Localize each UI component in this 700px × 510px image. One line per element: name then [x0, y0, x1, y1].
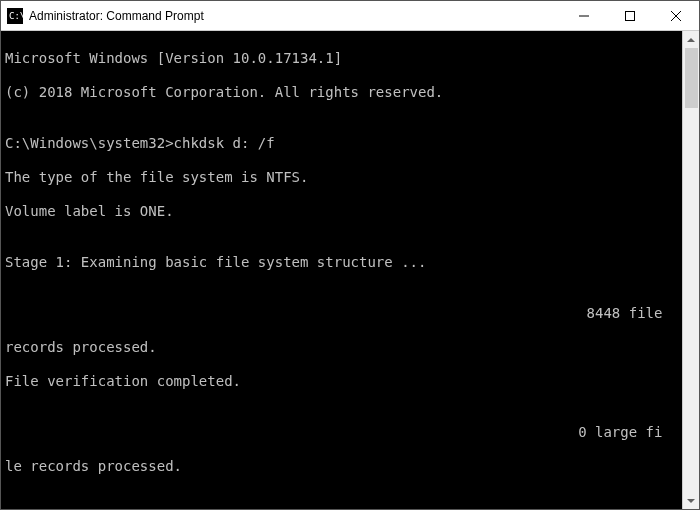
- maximize-button[interactable]: [607, 1, 653, 30]
- terminal-line: The type of the file system is NTFS.: [5, 169, 678, 186]
- minimize-button[interactable]: [561, 1, 607, 30]
- svg-marker-4: [687, 38, 695, 42]
- terminal-line: records processed.: [5, 339, 678, 356]
- window-content: Microsoft Windows [Version 10.0.17134.1]…: [1, 31, 699, 509]
- scrollbar-thumb[interactable]: [685, 48, 698, 108]
- terminal-line: Microsoft Windows [Version 10.0.17134.1]: [5, 50, 678, 67]
- close-button[interactable]: [653, 1, 699, 30]
- terminal-line: le records processed.: [5, 458, 678, 475]
- window-title: Administrator: Command Prompt: [29, 9, 561, 23]
- scroll-down-button[interactable]: [683, 492, 699, 509]
- vertical-scrollbar[interactable]: [682, 31, 699, 509]
- terminal-line: Volume label is ONE.: [5, 203, 678, 220]
- terminal-line: (c) 2018 Microsoft Corporation. All righ…: [5, 84, 678, 101]
- terminal-line: Stage 1: Examining basic file system str…: [5, 254, 678, 271]
- window-controls: [561, 1, 699, 30]
- svg-marker-5: [687, 499, 695, 503]
- prompt-text: C:\Windows\system32>: [5, 135, 174, 151]
- terminal-line: File verification completed.: [5, 373, 678, 390]
- scroll-up-button[interactable]: [683, 31, 699, 48]
- cmd-icon: C:\: [7, 8, 23, 24]
- command-text: chkdsk d: /f: [174, 135, 275, 151]
- svg-rect-1: [626, 11, 635, 20]
- terminal-line: 0 large fi: [5, 424, 678, 441]
- window-titlebar[interactable]: C:\ Administrator: Command Prompt: [1, 1, 699, 31]
- terminal-output[interactable]: Microsoft Windows [Version 10.0.17134.1]…: [1, 31, 682, 509]
- terminal-line: 8448 file: [5, 305, 678, 322]
- terminal-prompt-line: C:\Windows\system32>chkdsk d: /f: [5, 135, 678, 152]
